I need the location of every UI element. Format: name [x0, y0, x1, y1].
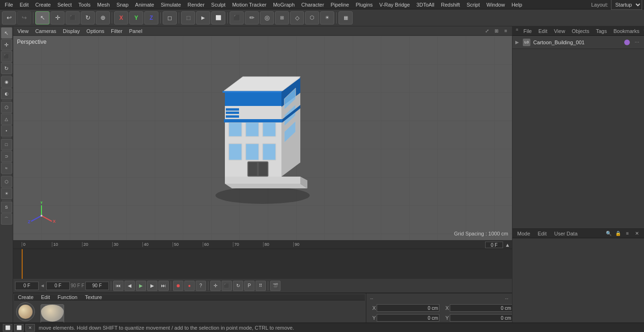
x-axis-button[interactable]: X [114, 11, 128, 24]
z-axis-button[interactable]: Z [144, 11, 158, 24]
lt-deform[interactable]: ≈ [1, 162, 12, 174]
viewport-menu-display[interactable]: Display [60, 28, 82, 34]
motion-clip-button[interactable]: 🎬 [270, 281, 281, 291]
current-frame-display[interactable] [485, 242, 503, 248]
frame-arrow[interactable]: ▲ [505, 242, 510, 248]
attr-tab-userdata[interactable]: User Data [553, 230, 580, 237]
spline-button[interactable]: ◇ [290, 11, 304, 24]
viewport-menu-options[interactable]: Options [84, 28, 107, 34]
menu-3dtoall[interactable]: 3DToAll [413, 1, 437, 8]
render-region-button[interactable]: ⬚ [181, 11, 195, 24]
timeline-track-area[interactable] [13, 249, 512, 279]
menu-sculpt[interactable]: Sculpt [208, 1, 229, 8]
menu-render[interactable]: Render [185, 1, 207, 8]
lt-cursor[interactable]: ↖ [1, 27, 12, 39]
goto-end-button[interactable]: ⏭ [158, 281, 169, 291]
display-button[interactable]: ▦ [339, 11, 353, 24]
lt-camera[interactable]: ⬡ [1, 176, 12, 187]
material-cartoon-thumb[interactable]: Cartoon [41, 304, 64, 323]
lt-scale[interactable]: ⬛ [1, 51, 12, 62]
mat-menu-edit[interactable]: Edit [39, 294, 52, 300]
target-button[interactable]: ◎ [260, 11, 274, 24]
mat-menu-texture[interactable]: Texture [83, 294, 104, 300]
cursor-tool-button[interactable]: ↖ [35, 11, 50, 24]
lt-move[interactable]: ✛ [1, 39, 12, 50]
pos-y-input[interactable] [377, 314, 439, 322]
menu-animate[interactable]: Animate [132, 1, 157, 8]
scale-keys-button[interactable]: ⬛ [222, 281, 232, 291]
menu-mograph[interactable]: MoGraph [270, 1, 297, 8]
menu-redshift[interactable]: Redshift [438, 1, 462, 8]
undo-button[interactable]: ↩ [2, 11, 16, 24]
render-view-button[interactable]: ▶ [196, 11, 210, 24]
rp-tab-view[interactable]: View [551, 27, 568, 35]
menu-motion-tracker[interactable]: Motion Tracker [229, 1, 269, 8]
menu-pipeline[interactable]: Pipeline [328, 1, 352, 8]
menu-vray[interactable]: V-Ray Bridge [377, 1, 413, 8]
multi-tool-button[interactable]: ⊕ [96, 11, 110, 24]
array-button[interactable]: ⊞ [275, 11, 289, 24]
next-frame-button[interactable]: ▶ [147, 281, 157, 291]
menu-window[interactable]: Window [484, 1, 508, 8]
viewport-menu-cameras[interactable]: Cameras [33, 28, 59, 34]
viewport-menu-panel[interactable]: Panel [127, 28, 145, 34]
viewport-settings-icon[interactable]: ≡ [502, 27, 510, 35]
start-frame-input[interactable] [15, 282, 39, 290]
move-tool-button[interactable]: ✛ [50, 11, 65, 24]
rp-tab-bookmarks[interactable]: Bookmarks [611, 27, 642, 35]
menu-help[interactable]: Help [509, 1, 525, 8]
viewport-maximize-icon[interactable]: ⊞ [492, 27, 501, 35]
attr-tab-edit[interactable]: Edit [536, 230, 549, 237]
object-name-label[interactable]: Cartoon_Building_001 [533, 40, 621, 45]
y-axis-button[interactable]: Y [129, 11, 143, 24]
rp-tab-file[interactable]: File [520, 27, 535, 35]
menu-tools[interactable]: Tools [75, 1, 93, 8]
menu-select[interactable]: Select [55, 1, 75, 8]
menu-plugins[interactable]: Plugins [353, 1, 375, 8]
menu-mesh[interactable]: Mesh [94, 1, 113, 8]
lt-rotate[interactable]: ↻ [1, 63, 12, 74]
panel-collapse-icon[interactable]: ≡ [514, 27, 520, 35]
record-button[interactable]: ⏺ [173, 281, 183, 291]
menu-script[interactable]: Script [464, 1, 483, 8]
object-dots-icon[interactable]: ⋯ [633, 38, 641, 47]
dots-button[interactable]: ⠿ [256, 281, 266, 291]
attr-settings-icon[interactable]: ≡ [623, 229, 632, 238]
lt-nurbs[interactable]: ⊃ [1, 151, 12, 162]
preview-end-input[interactable] [85, 282, 109, 290]
rotate-tool-button[interactable]: ↻ [81, 11, 95, 24]
lt-edge[interactable]: △ [1, 113, 12, 125]
pos-x-input[interactable] [377, 304, 439, 312]
lt-obj[interactable]: □ [1, 139, 12, 150]
rotate-keys-button[interactable]: ↻ [233, 281, 243, 291]
attr-close-icon[interactable]: ✕ [633, 229, 641, 238]
menu-simulate[interactable]: Simulate [158, 1, 184, 8]
menu-snap[interactable]: Snap [114, 1, 132, 8]
menu-edit[interactable]: Edit [17, 1, 32, 8]
attr-search-icon[interactable]: 🔍 [604, 229, 613, 238]
viewport-canvas[interactable]: Perspective [13, 36, 512, 240]
rp-tab-objects[interactable]: Objects [569, 27, 592, 35]
menu-character[interactable]: Character [298, 1, 327, 8]
current-frame-input[interactable] [46, 282, 70, 290]
param-button[interactable]: P [244, 281, 255, 291]
viewport-menu-view[interactable]: View [15, 28, 31, 34]
move-keys-button[interactable]: ✛ [210, 281, 221, 291]
rot-y-input[interactable] [450, 314, 512, 322]
light-button[interactable]: ☀ [320, 11, 334, 24]
goto-start-button[interactable]: ⏮ [113, 281, 124, 291]
auto-key-button[interactable]: ● [184, 281, 195, 291]
lt-paint[interactable]: ◉ [1, 76, 12, 88]
rp-tab-edit[interactable]: Edit [536, 27, 550, 35]
attr-tab-mode[interactable]: Mode [515, 230, 532, 237]
lt-smooth[interactable]: ◐ [1, 88, 12, 99]
play-button[interactable]: ▶ [136, 281, 146, 291]
lt-polygon[interactable]: ⬡ [1, 102, 12, 113]
menu-create[interactable]: Create [33, 1, 54, 8]
key-info-button[interactable]: ? [196, 281, 206, 291]
rp-tab-tags[interactable]: Tags [593, 27, 610, 35]
lt-spline-pen[interactable]: S [1, 202, 12, 213]
menu-file[interactable]: File [2, 1, 16, 8]
scale-tool-button[interactable]: ⬛ [66, 11, 80, 24]
object-mode-button[interactable]: ◻ [163, 11, 177, 24]
